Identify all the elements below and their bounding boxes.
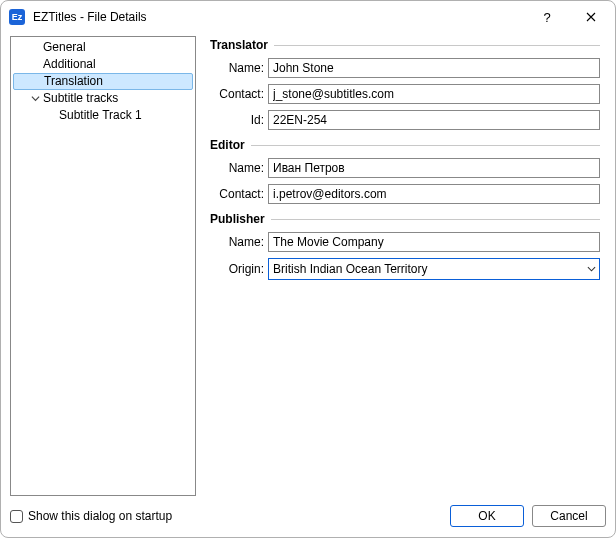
input-editor-contact[interactable] — [268, 184, 600, 204]
tree-item-label: Subtitle tracks — [43, 90, 118, 107]
tree-item-general[interactable]: General — [11, 39, 195, 56]
input-translator-id[interactable] — [268, 110, 600, 130]
close-button[interactable] — [569, 3, 613, 31]
close-icon — [586, 12, 596, 22]
app-icon: Ez — [9, 9, 25, 25]
label-translator-name: Name: — [210, 61, 268, 75]
group-publisher: Publisher — [210, 212, 600, 226]
main-area: General Additional Translation Subtitle … — [10, 36, 606, 496]
checkbox-label: Show this dialog on startup — [28, 509, 172, 523]
input-editor-name[interactable] — [268, 158, 600, 178]
select-publisher-origin[interactable]: British Indian Ocean Territory — [268, 258, 600, 280]
tree-item-subtitle-track-1[interactable]: Subtitle Track 1 — [11, 107, 195, 124]
tree-item-additional[interactable]: Additional — [11, 56, 195, 73]
label-translator-contact: Contact: — [210, 87, 268, 101]
input-translator-name[interactable] — [268, 58, 600, 78]
input-publisher-name[interactable] — [268, 232, 600, 252]
ok-button[interactable]: OK — [450, 505, 524, 527]
label-editor-contact: Contact: — [210, 187, 268, 201]
group-editor: Editor — [210, 138, 600, 152]
window-title: EZTitles - File Details — [33, 10, 147, 24]
tree-item-subtitle-tracks[interactable]: Subtitle tracks — [11, 90, 195, 107]
footer: Show this dialog on startup OK Cancel — [10, 504, 606, 528]
form-panel: Translator Name: Contact: Id: Editor Nam… — [196, 36, 606, 496]
cancel-button[interactable]: Cancel — [532, 505, 606, 527]
tree-item-translation[interactable]: Translation — [13, 73, 193, 90]
select-value: British Indian Ocean Territory — [273, 262, 428, 276]
group-translator: Translator — [210, 38, 600, 52]
checkbox-box — [10, 510, 23, 523]
input-translator-contact[interactable] — [268, 84, 600, 104]
label-publisher-origin: Origin: — [210, 262, 268, 276]
label-editor-name: Name: — [210, 161, 268, 175]
nav-tree[interactable]: General Additional Translation Subtitle … — [10, 36, 196, 496]
titlebar: Ez EZTitles - File Details ? — [1, 1, 615, 33]
chevron-down-icon — [29, 93, 41, 105]
label-publisher-name: Name: — [210, 235, 268, 249]
show-on-startup-checkbox[interactable]: Show this dialog on startup — [10, 509, 172, 523]
help-button[interactable]: ? — [525, 3, 569, 31]
label-translator-id: Id: — [210, 113, 268, 127]
